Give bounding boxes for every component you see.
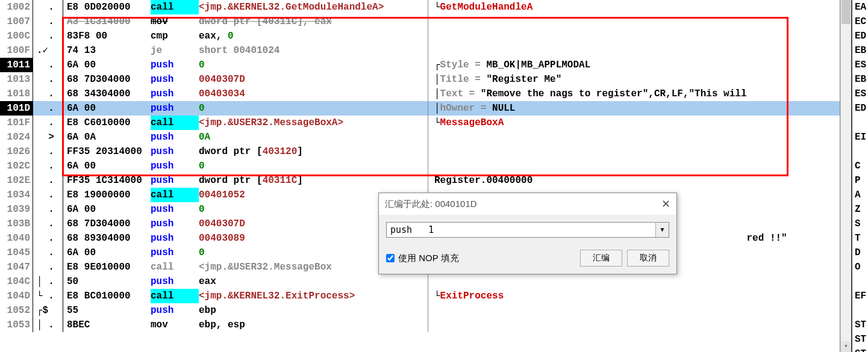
register-label: A <box>855 188 868 202</box>
mnemonic-column: call <box>151 260 199 274</box>
disasm-row[interactable]: 1011 .6A 00push0┌Style = MB_OK|MB_APPLMO… <box>0 58 840 72</box>
disasm-row[interactable]: 104D└ .E8 BC010000call<jmp.&KERNEL32.Exi… <box>0 289 840 303</box>
hex-column: 55 <box>63 303 151 318</box>
address-column: 1007 <box>0 14 33 29</box>
disassembly-pane[interactable]: 1002 .E8 0D020000call<jmp.&KERNEL32.GetM… <box>0 0 840 352</box>
mnemonic-column: push <box>151 303 199 318</box>
operands-column: <jmp.&KERNEL32.ExitProcess> <box>199 289 428 303</box>
register-label: S <box>855 217 868 231</box>
operands-column: short 00401024 <box>199 43 428 58</box>
address-column: 1047 <box>0 260 33 274</box>
hex-column: 6A 00 <box>63 159 151 173</box>
operands-column: 0 <box>199 58 428 72</box>
marker-column: . <box>33 217 63 231</box>
disasm-row[interactable]: 102E .FF35 1C314000pushdword ptr [40311C… <box>0 173 840 188</box>
assembly-combobox[interactable]: ▼ <box>386 222 669 238</box>
dialog-titlebar[interactable]: 汇编于此处: 0040101D ✕ <box>379 193 676 215</box>
address-column: 104C <box>0 274 33 289</box>
disasm-row[interactable]: 1013 .68 7D304000push0040307D│Title = "R… <box>0 72 840 87</box>
dropdown-arrow-icon[interactable]: ▼ <box>655 223 669 237</box>
disasm-row[interactable]: 102C .6A 00push0 <box>0 159 840 173</box>
hex-column: E8 19000000 <box>63 188 151 202</box>
register-label: EF <box>855 289 868 303</box>
comment-column <box>428 274 840 289</box>
disasm-row[interactable]: 1024 >6A 0Apush0A <box>0 130 840 144</box>
scrollbar-thumb[interactable] <box>841 0 851 24</box>
assembly-input[interactable] <box>387 223 655 237</box>
comment-column <box>428 14 840 29</box>
mnemonic-column: push <box>151 159 199 173</box>
hex-column: 50 <box>63 274 151 289</box>
operands-column: dword ptr [40311C], eax <box>199 14 428 29</box>
marker-column: .✓ <box>33 43 63 58</box>
register-label: EI <box>855 130 868 144</box>
operands-column: eax, 0 <box>199 29 428 43</box>
disasm-row[interactable]: 1002 .E8 0D020000call<jmp.&KERNEL32.GetM… <box>0 0 840 14</box>
disasm-row[interactable]: 1007 .A3 1C314000movdword ptr [40311C], … <box>0 14 840 29</box>
marker-column: . <box>33 14 63 29</box>
marker-column: . <box>33 159 63 173</box>
nop-fill-checkbox[interactable]: 使用 NOP 填充 <box>386 253 459 264</box>
disasm-row[interactable]: 1053│ .8BECmovebp, esp <box>0 318 840 332</box>
scrollbar-down-arrow-icon[interactable]: ▾ <box>841 341 851 352</box>
comment-column <box>428 29 840 43</box>
operands-column: ebp <box>199 303 428 318</box>
address-column: 1002 <box>0 0 33 14</box>
vertical-scrollbar[interactable]: ▾ <box>840 0 851 352</box>
address-column: 1026 <box>0 144 33 159</box>
disasm-row[interactable]: 100C .83F8 00cmpeax, 0 <box>0 29 840 43</box>
hex-column: 6A 00 <box>63 245 151 260</box>
mnemonic-column: push <box>151 101 199 116</box>
disasm-row[interactable]: 101D .6A 00push0│hOwner = NULL <box>0 101 840 116</box>
hex-column: 68 34304000 <box>63 87 151 101</box>
register-label: EC <box>855 14 868 29</box>
comment-column: │Title = "Register Me" <box>428 72 840 87</box>
disasm-row[interactable]: 1026 .FF35 20314000pushdword ptr [403120… <box>0 144 840 159</box>
hex-column: 83F8 00 <box>63 29 151 43</box>
assemble-dialog: 汇编于此处: 0040101D ✕ ▼ 使用 NOP 填充 汇编 取消 <box>378 193 677 274</box>
address-column: 1024 <box>0 130 33 144</box>
comment-column <box>428 159 840 173</box>
disasm-row[interactable]: 101F .E8 C6010000call<jmp.&USER32.Messag… <box>0 116 840 130</box>
assemble-button[interactable]: 汇编 <box>580 250 622 267</box>
hex-column: 6A 00 <box>63 202 151 217</box>
hex-column: 6A 00 <box>63 101 151 116</box>
comment-column <box>428 130 840 144</box>
marker-column: . <box>33 87 63 101</box>
register-label: C <box>855 159 868 173</box>
disasm-row[interactable]: 100F.✓74 13jeshort 00401024 <box>0 43 840 58</box>
disasm-row[interactable]: 104C│ .50pusheax <box>0 274 840 289</box>
comment-column: │hOwner = NULL <box>428 101 840 116</box>
marker-column: . <box>33 173 63 188</box>
register-label <box>855 116 868 130</box>
comment-column <box>428 318 840 332</box>
operands-column: 0A <box>199 130 428 144</box>
operands-column: 00403034 <box>199 87 428 101</box>
operands-column: 0 <box>199 159 428 173</box>
operands-column: 0040307D <box>199 72 428 87</box>
comment-column: └MessageBoxA <box>428 116 840 130</box>
marker-column: . <box>33 245 63 260</box>
hex-column: 6A 00 <box>63 58 151 72</box>
registers-pane[interactable]: EAECEDEBESEBESEDEICPAZSTDOEFSTSTST <box>851 0 868 352</box>
mnemonic-column: call <box>151 0 199 14</box>
address-column: 104D <box>0 289 33 303</box>
nop-fill-checkbox-input[interactable] <box>386 254 395 262</box>
comment-column: ┌Style = MB_OK|MB_APPLMODAL <box>428 58 840 72</box>
mnemonic-column: mov <box>151 318 199 332</box>
address-column: 101F <box>0 116 33 130</box>
close-icon[interactable]: ✕ <box>661 197 670 211</box>
mnemonic-column: push <box>151 130 199 144</box>
address-column: 102E <box>0 173 33 188</box>
hex-column: 68 7D304000 <box>63 217 151 231</box>
cancel-button[interactable]: 取消 <box>627 250 669 267</box>
comment-column <box>428 303 840 318</box>
register-label: ED <box>855 29 868 43</box>
mnemonic-column: mov <box>151 14 199 29</box>
comment-column <box>428 43 840 58</box>
address-column: 1011 <box>0 58 33 72</box>
disasm-row[interactable]: 1052┌$55pushebp <box>0 303 840 318</box>
address-column: 100C <box>0 29 33 43</box>
disasm-row[interactable]: 1018 .68 34304000push00403034│Text = "Re… <box>0 87 840 101</box>
marker-column: . <box>33 0 63 14</box>
